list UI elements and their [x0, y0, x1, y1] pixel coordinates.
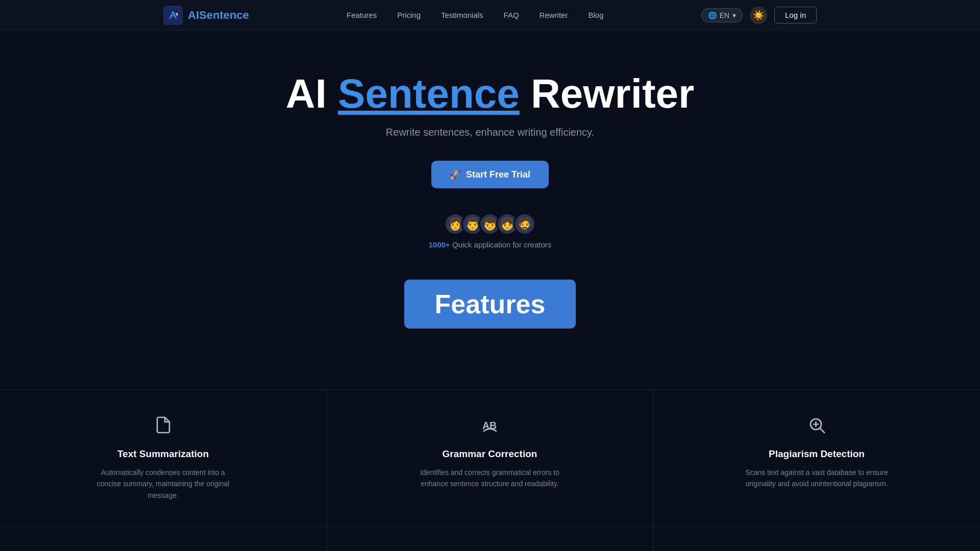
language-button[interactable]: 🌐 EN ▾ — [701, 8, 743, 22]
nav-link-pricing[interactable]: Pricing — [397, 11, 421, 19]
logo[interactable]: AISentence — [163, 6, 249, 25]
features-grid: Text Summarization Automatically condens… — [0, 390, 980, 551]
theme-toggle-button[interactable]: ☀️ — [750, 7, 767, 24]
feature-desc-1: Identifies and corrects grammatical erro… — [419, 467, 561, 490]
feature-card-style-improvement: Style Improvement Refines sentence fluen… — [0, 527, 327, 551]
feature-desc-2: Scans text against a vast database to en… — [745, 467, 888, 490]
user-count-number: 1000+ — [429, 240, 450, 249]
hero-subtitle: Rewrite sentences, enhance writing effic… — [386, 127, 594, 138]
login-button[interactable]: Log in — [774, 7, 817, 23]
hero-section: AI Sentence Rewriter Rewrite sentences, … — [0, 31, 980, 359]
features-badge: Features — [404, 280, 576, 329]
nav-links: Features Pricing Testimonials FAQ Rewrit… — [347, 11, 603, 19]
svg-line-2 — [820, 429, 824, 433]
features-section: Text Summarization Automatically condens… — [0, 390, 980, 551]
nav-link-faq[interactable]: FAQ — [504, 11, 519, 19]
hero-title-highlight: Sentence — [338, 71, 520, 116]
feature-title-2: Plagiarism Detection — [769, 448, 865, 460]
rocket-icon: 🚀 — [450, 169, 461, 180]
feature-card-multiple-variations: Multiple Variations Generates diverse ve… — [653, 527, 980, 551]
avatar-5: 🧔 — [513, 213, 536, 235]
hero-title-suffix: Rewriter — [520, 71, 694, 116]
nav-link-testimonials[interactable]: Testimonials — [441, 11, 483, 19]
cta-label: Start Free Trial — [466, 169, 530, 180]
feature-desc-0: Automatically condenses content into a c… — [92, 467, 235, 501]
logo-text: AISentence — [188, 9, 249, 22]
start-free-trial-button[interactable]: 🚀 Start Free Trial — [431, 161, 549, 188]
feature-card-text-summarization: Text Summarization Automatically condens… — [0, 390, 327, 527]
lang-label: EN — [720, 11, 729, 19]
sun-icon: ☀️ — [753, 10, 764, 21]
feature-title-1: Grammar Correction — [443, 448, 537, 460]
hero-title: AI Sentence Rewriter — [286, 71, 694, 116]
nav-link-blog[interactable]: Blog — [588, 11, 603, 19]
feature-card-grammar-correction: AB Grammar Correction Identifies and cor… — [327, 390, 653, 527]
avatar-section: 👩 👨 👦 👧 🧔 1000+ Quick application for cr… — [429, 213, 552, 249]
feature-card-instant-rewriting: Instant Rewriting Provides immediate sug… — [327, 527, 653, 551]
nav-link-features[interactable]: Features — [347, 11, 377, 19]
globe-icon: 🌐 — [708, 11, 717, 19]
feature-title-0: Text Summarization — [117, 448, 209, 460]
grammar-icon: AB — [481, 416, 499, 438]
navbar: AISentence Features Pricing Testimonials… — [0, 0, 980, 31]
nav-right: 🌐 EN ▾ ☀️ Log in — [701, 7, 817, 24]
nav-link-rewriter[interactable]: Rewriter — [540, 11, 568, 19]
chevron-down-icon: ▾ — [732, 11, 736, 19]
user-count-text: 1000+ Quick application for creators — [429, 240, 552, 249]
user-count-desc: Quick application for creators — [450, 240, 551, 249]
feature-card-plagiarism-detection: Plagiarism Detection Scans text against … — [653, 390, 980, 527]
document-icon — [154, 416, 173, 438]
search-zoom-icon — [807, 416, 826, 438]
hero-title-prefix: AI — [286, 71, 338, 116]
logo-icon — [163, 6, 183, 25]
avatar-group: 👩 👨 👦 👧 🧔 — [444, 213, 536, 235]
